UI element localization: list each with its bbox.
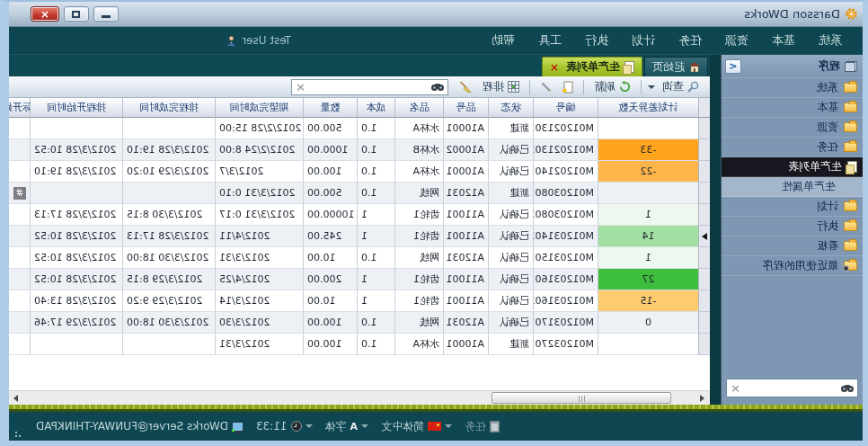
sidebar-collapse-button[interactable]: <	[725, 59, 741, 74]
column-header-0[interactable]: 计划差异天数	[598, 98, 698, 118]
cell: A10001	[443, 118, 488, 139]
column-header-7[interactable]: 期望完成时间	[215, 98, 303, 118]
query-button[interactable]: 查询	[659, 77, 703, 96]
cell: A12031	[443, 312, 488, 334]
menu-system[interactable]: 系统	[807, 27, 854, 54]
user-name: Test User	[242, 34, 291, 47]
pencil-icon	[540, 81, 552, 93]
toolbar-search-input[interactable]	[309, 82, 428, 93]
scrollbar-thumb[interactable]	[492, 392, 671, 404]
horizontal-scrollbar[interactable]	[9, 390, 710, 405]
clear-filter-button[interactable]	[456, 79, 475, 94]
font-selector[interactable]: A 字体	[325, 419, 369, 434]
home-icon	[689, 62, 700, 72]
menu-basic[interactable]: 基本	[760, 27, 807, 54]
table-row[interactable]: M012021301新建A10001水杯A1.0500.002012/2/28 …	[9, 118, 710, 139]
sidebar-item-5[interactable]: 生产单属性	[722, 177, 863, 197]
scroll-right-arrow-icon[interactable]	[9, 391, 23, 406]
sidebar-item-2[interactable]: 资源	[722, 118, 863, 138]
table-row[interactable]: -22M012021401已确认A10001水杯A1.0100.002012/3…	[9, 161, 710, 183]
cell: 2012/3/31	[215, 334, 303, 355]
cell: 水杯A	[394, 118, 443, 139]
cell: 2012/3/31	[215, 247, 303, 269]
clock-overlay-icon	[843, 265, 849, 272]
cell: 2012/2/28 15:00	[215, 118, 303, 139]
column-header-1[interactable]: 编号	[533, 98, 598, 118]
cell	[9, 226, 30, 247]
cell: A10002	[443, 139, 488, 161]
column-header-8[interactable]: 排程完成时间	[122, 98, 215, 118]
table-row[interactable]: 0M012031701已确认A12031网线1.0100.002012/3/30…	[9, 312, 710, 334]
folder-icon	[844, 122, 857, 132]
sidebar-item-8[interactable]: 看板	[722, 236, 863, 256]
schedule-label: 排程	[483, 79, 504, 94]
close-button[interactable]: ×	[31, 6, 59, 22]
menu-plan[interactable]: 计划	[620, 27, 667, 54]
minimize-button[interactable]	[93, 6, 119, 22]
column-header-4[interactable]: 品名	[394, 98, 443, 118]
table-row[interactable]: 14M012031402已确认A11001齿轮11245.002012/4/11…	[9, 226, 710, 247]
edit-button[interactable]	[536, 79, 555, 94]
font-badge: A	[350, 421, 359, 433]
sidebar-splitter[interactable]	[710, 55, 721, 405]
menu-execute[interactable]: 执行	[573, 27, 620, 54]
scroll-left-arrow-icon[interactable]	[695, 391, 710, 406]
folder-icon	[844, 241, 857, 251]
table-row[interactable]: 1M012031501已确认A12031网线1.010.002012/3/312…	[9, 247, 710, 269]
tab-start-page[interactable]: 起始页	[644, 57, 708, 76]
schedule-button[interactable]: 排程	[479, 77, 523, 96]
title-bar: Darsson DWorks ×	[9, 2, 863, 27]
cell: M012021302	[533, 139, 598, 161]
cell	[122, 118, 215, 139]
cell: M012030801	[533, 183, 598, 204]
refresh-button[interactable]: 刷新	[590, 77, 634, 96]
column-header-10[interactable]: 实际开始时间	[9, 98, 30, 118]
cell: 1.0	[357, 118, 394, 139]
sidebar-search-clear-icon[interactable]: ×	[731, 382, 740, 394]
cell: 2012/3/28 17:13	[122, 226, 215, 247]
table-row[interactable]: -15M012031602已确认A11001齿轮1110.002012/3/14…	[9, 290, 710, 312]
sidebar-item-0[interactable]: 系统	[722, 78, 863, 98]
table-row[interactable]: M012030801新建A12031网线1.0500.002012/3/31 0…	[9, 183, 710, 204]
sidebar-item-9[interactable]: 最近使用的程序	[722, 256, 863, 276]
query-dropdown-icon[interactable]	[648, 85, 655, 89]
new-button[interactable]	[559, 79, 577, 95]
document-icon	[847, 161, 857, 173]
column-header-3[interactable]: 品号	[443, 98, 488, 118]
cell	[9, 269, 30, 290]
menu-task[interactable]: 任务	[667, 27, 713, 54]
table-row[interactable]: 27M012031601已确认A11001齿轮11200.002012/4/25…	[9, 269, 710, 290]
restore-button[interactable]	[64, 6, 89, 22]
cell: 2012/3/30 8:15	[122, 204, 215, 226]
table-row[interactable]: -33M012021302已确认A10002水杯B1.01000.002012/…	[9, 139, 710, 161]
sidebar-item-3[interactable]: 任务	[722, 138, 863, 157]
menu-tools[interactable]: 工具	[527, 27, 573, 54]
cell: 2012/3/29 10:20	[122, 161, 215, 183]
resize-grip[interactable]	[14, 429, 23, 438]
cell: 2012/3/14	[215, 290, 303, 312]
table-row[interactable]: M012032701新建A10001水杯A1.0100.002012/3/31	[9, 334, 710, 355]
table-row[interactable]: 1M012030802已确认A11001齿轮1110000.002012/3/3…	[9, 204, 710, 226]
sidebar-search-input[interactable]	[744, 383, 837, 394]
language-selector[interactable]: 简体中文	[381, 419, 452, 434]
grid-gutter-header	[698, 98, 710, 118]
task-label: 任务	[465, 419, 486, 434]
cell: 1	[357, 290, 394, 312]
sidebar-item-7[interactable]: 执行	[722, 217, 863, 236]
column-header-5[interactable]: 成本	[357, 98, 394, 118]
column-header-2[interactable]: 状态	[488, 98, 533, 118]
tab-production-order-list[interactable]: 生产单列表 ×	[542, 57, 642, 76]
toolbar-search-clear-icon[interactable]: ×	[296, 81, 306, 93]
sidebar-item-6[interactable]: 计划	[722, 197, 863, 217]
cell: 2012/3/30 18:00	[122, 312, 215, 334]
tab-close-icon[interactable]: ×	[550, 61, 559, 74]
task-panel-toggle[interactable]: 任务	[465, 419, 500, 434]
sidebar-item-1[interactable]: 基本	[722, 98, 863, 118]
cell: 27	[598, 269, 698, 290]
sidebar-item-4[interactable]: 生产单列表	[722, 157, 863, 177]
column-header-9[interactable]: 排程开始时间	[30, 98, 122, 118]
menu-resource[interactable]: 资源	[713, 27, 760, 54]
clock-widget[interactable]: 11:33	[256, 420, 313, 433]
column-header-6[interactable]: 数量	[303, 98, 357, 118]
menu-help[interactable]: 帮助	[480, 27, 527, 54]
